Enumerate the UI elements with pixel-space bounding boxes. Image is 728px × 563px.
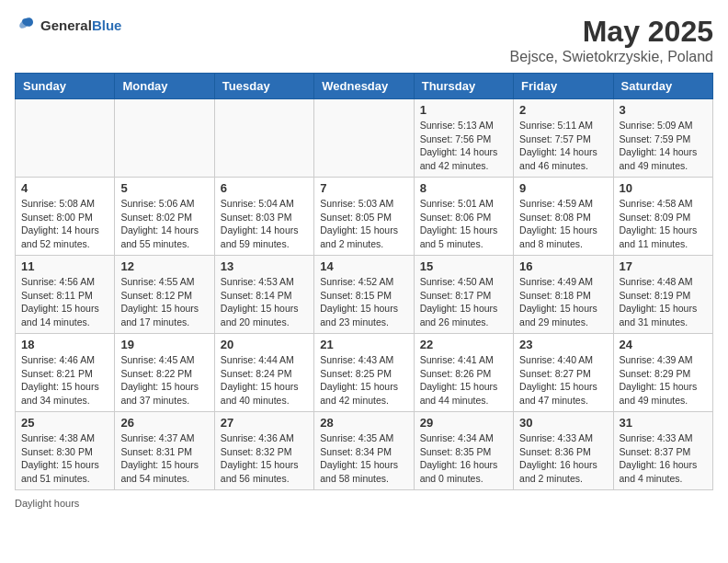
day-info: Sunrise: 4:49 AM Sunset: 8:18 PM Dayligh… xyxy=(519,275,607,329)
day-info: Sunrise: 4:46 AM Sunset: 8:21 PM Dayligh… xyxy=(21,353,108,408)
calendar-week-row: 11Sunrise: 4:56 AM Sunset: 8:11 PM Dayli… xyxy=(16,256,713,334)
calendar-cell: 6Sunrise: 5:04 AM Sunset: 8:03 PM Daylig… xyxy=(214,178,313,256)
day-info: Sunrise: 5:11 AM Sunset: 7:57 PM Dayligh… xyxy=(519,119,607,173)
calendar-header-row: SundayMondayTuesdayWednesdayThursdayFrid… xyxy=(16,74,713,99)
calendar-table: SundayMondayTuesdayWednesdayThursdayFrid… xyxy=(15,73,713,490)
day-number: 15 xyxy=(420,259,507,273)
calendar-cell xyxy=(214,99,313,178)
calendar-cell: 15Sunrise: 4:50 AM Sunset: 8:17 PM Dayli… xyxy=(414,256,513,334)
day-info: Sunrise: 4:48 AM Sunset: 8:19 PM Dayligh… xyxy=(620,275,707,329)
calendar-cell xyxy=(115,99,214,178)
calendar-cell: 25Sunrise: 4:38 AM Sunset: 8:30 PM Dayli… xyxy=(16,412,115,490)
title-area: May 2025 Bejsce, Swietokrzyskie, Poland xyxy=(510,15,713,65)
calendar-cell: 22Sunrise: 4:41 AM Sunset: 8:26 PM Dayli… xyxy=(414,334,513,412)
day-number: 28 xyxy=(320,416,407,430)
logo-general: General xyxy=(40,17,92,33)
day-number: 11 xyxy=(21,259,108,273)
day-number: 29 xyxy=(420,416,507,430)
day-info: Sunrise: 4:36 AM Sunset: 8:32 PM Dayligh… xyxy=(221,431,308,486)
calendar-cell: 31Sunrise: 4:33 AM Sunset: 8:37 PM Dayli… xyxy=(613,412,712,490)
logo-blue: Blue xyxy=(92,17,122,33)
day-number: 17 xyxy=(620,259,707,273)
calendar-cell: 18Sunrise: 4:46 AM Sunset: 8:21 PM Dayli… xyxy=(16,334,115,412)
day-number: 8 xyxy=(420,181,507,195)
day-info: Sunrise: 4:41 AM Sunset: 8:26 PM Dayligh… xyxy=(420,353,507,408)
calendar-cell: 24Sunrise: 4:39 AM Sunset: 8:29 PM Dayli… xyxy=(613,334,712,412)
day-header-sunday: Sunday xyxy=(16,74,115,99)
calendar-cell: 11Sunrise: 4:56 AM Sunset: 8:11 PM Dayli… xyxy=(16,256,115,334)
calendar-cell: 2Sunrise: 5:11 AM Sunset: 7:57 PM Daylig… xyxy=(514,99,613,178)
calendar-cell: 14Sunrise: 4:52 AM Sunset: 8:15 PM Dayli… xyxy=(314,256,414,334)
calendar-cell: 29Sunrise: 4:34 AM Sunset: 8:35 PM Dayli… xyxy=(414,412,513,490)
day-number: 4 xyxy=(21,181,108,195)
calendar-week-row: 1Sunrise: 5:13 AM Sunset: 7:56 PM Daylig… xyxy=(16,99,713,178)
calendar-cell: 27Sunrise: 4:36 AM Sunset: 8:32 PM Dayli… xyxy=(214,412,313,490)
day-info: Sunrise: 4:35 AM Sunset: 8:34 PM Dayligh… xyxy=(320,431,407,486)
day-info: Sunrise: 4:53 AM Sunset: 8:14 PM Dayligh… xyxy=(221,275,308,329)
day-header-wednesday: Wednesday xyxy=(314,74,414,99)
day-number: 21 xyxy=(320,338,407,351)
calendar-cell: 1Sunrise: 5:13 AM Sunset: 7:56 PM Daylig… xyxy=(414,99,513,178)
day-info: Sunrise: 5:09 AM Sunset: 7:59 PM Dayligh… xyxy=(620,119,707,173)
calendar-cell: 8Sunrise: 5:01 AM Sunset: 8:06 PM Daylig… xyxy=(414,178,513,256)
day-info: Sunrise: 4:55 AM Sunset: 8:12 PM Dayligh… xyxy=(120,275,208,329)
calendar-cell: 9Sunrise: 4:59 AM Sunset: 8:08 PM Daylig… xyxy=(514,178,613,256)
day-number: 7 xyxy=(320,181,407,195)
day-info: Sunrise: 4:44 AM Sunset: 8:24 PM Dayligh… xyxy=(221,353,308,408)
day-number: 20 xyxy=(221,338,308,351)
day-number: 14 xyxy=(320,259,407,273)
day-info: Sunrise: 4:43 AM Sunset: 8:25 PM Dayligh… xyxy=(320,353,407,408)
calendar-cell: 10Sunrise: 4:58 AM Sunset: 8:09 PM Dayli… xyxy=(613,178,712,256)
day-number: 18 xyxy=(21,338,108,351)
day-info: Sunrise: 4:33 AM Sunset: 8:36 PM Dayligh… xyxy=(519,431,607,486)
day-number: 12 xyxy=(120,259,208,273)
day-number: 9 xyxy=(519,181,607,195)
calendar-cell: 13Sunrise: 4:53 AM Sunset: 8:14 PM Dayli… xyxy=(214,256,313,334)
day-info: Sunrise: 4:33 AM Sunset: 8:37 PM Dayligh… xyxy=(620,431,707,486)
day-info: Sunrise: 4:38 AM Sunset: 8:30 PM Dayligh… xyxy=(21,431,108,486)
day-number: 30 xyxy=(519,416,607,430)
day-header-friday: Friday xyxy=(514,74,613,99)
calendar-week-row: 25Sunrise: 4:38 AM Sunset: 8:30 PM Dayli… xyxy=(16,412,713,490)
day-number: 23 xyxy=(519,338,607,351)
calendar-week-row: 18Sunrise: 4:46 AM Sunset: 8:21 PM Dayli… xyxy=(16,334,713,412)
day-number: 10 xyxy=(620,181,707,195)
calendar-cell: 30Sunrise: 4:33 AM Sunset: 8:36 PM Dayli… xyxy=(514,412,613,490)
calendar-cell xyxy=(16,99,115,178)
calendar-cell xyxy=(314,99,414,178)
main-title: May 2025 xyxy=(510,15,713,49)
calendar-cell: 16Sunrise: 4:49 AM Sunset: 8:18 PM Dayli… xyxy=(514,256,613,334)
daylight-hours-label: Daylight hours xyxy=(15,498,79,509)
day-number: 16 xyxy=(519,259,607,273)
day-number: 13 xyxy=(221,259,308,273)
calendar-cell: 4Sunrise: 5:08 AM Sunset: 8:00 PM Daylig… xyxy=(16,178,115,256)
day-number: 1 xyxy=(420,103,507,117)
day-header-tuesday: Tuesday xyxy=(214,74,313,99)
subtitle: Bejsce, Swietokrzyskie, Poland xyxy=(510,49,713,65)
day-number: 2 xyxy=(519,103,607,117)
day-info: Sunrise: 4:56 AM Sunset: 8:11 PM Dayligh… xyxy=(21,275,108,329)
day-info: Sunrise: 4:52 AM Sunset: 8:15 PM Dayligh… xyxy=(320,275,407,329)
logo-icon xyxy=(15,15,37,37)
calendar-cell: 3Sunrise: 5:09 AM Sunset: 7:59 PM Daylig… xyxy=(613,99,712,178)
calendar-cell: 26Sunrise: 4:37 AM Sunset: 8:31 PM Dayli… xyxy=(115,412,214,490)
day-info: Sunrise: 4:34 AM Sunset: 8:35 PM Dayligh… xyxy=(420,431,507,486)
day-info: Sunrise: 4:45 AM Sunset: 8:22 PM Dayligh… xyxy=(120,353,208,408)
day-info: Sunrise: 4:37 AM Sunset: 8:31 PM Dayligh… xyxy=(120,431,208,486)
day-info: Sunrise: 4:59 AM Sunset: 8:08 PM Dayligh… xyxy=(519,197,607,251)
day-number: 31 xyxy=(620,416,707,430)
calendar-cell: 23Sunrise: 4:40 AM Sunset: 8:27 PM Dayli… xyxy=(514,334,613,412)
day-number: 6 xyxy=(221,181,308,195)
calendar-cell: 21Sunrise: 4:43 AM Sunset: 8:25 PM Dayli… xyxy=(314,334,414,412)
day-info: Sunrise: 4:50 AM Sunset: 8:17 PM Dayligh… xyxy=(420,275,507,329)
day-info: Sunrise: 4:39 AM Sunset: 8:29 PM Dayligh… xyxy=(620,353,707,408)
calendar-cell: 7Sunrise: 5:03 AM Sunset: 8:05 PM Daylig… xyxy=(314,178,414,256)
calendar-cell: 28Sunrise: 4:35 AM Sunset: 8:34 PM Dayli… xyxy=(314,412,414,490)
logo-text: GeneralBlue xyxy=(40,17,121,34)
day-number: 22 xyxy=(420,338,507,351)
day-info: Sunrise: 5:06 AM Sunset: 8:02 PM Dayligh… xyxy=(120,197,208,251)
day-number: 24 xyxy=(620,338,707,351)
day-header-thursday: Thursday xyxy=(414,74,513,99)
day-info: Sunrise: 5:01 AM Sunset: 8:06 PM Dayligh… xyxy=(420,197,507,251)
day-info: Sunrise: 5:13 AM Sunset: 7:56 PM Dayligh… xyxy=(420,119,507,173)
